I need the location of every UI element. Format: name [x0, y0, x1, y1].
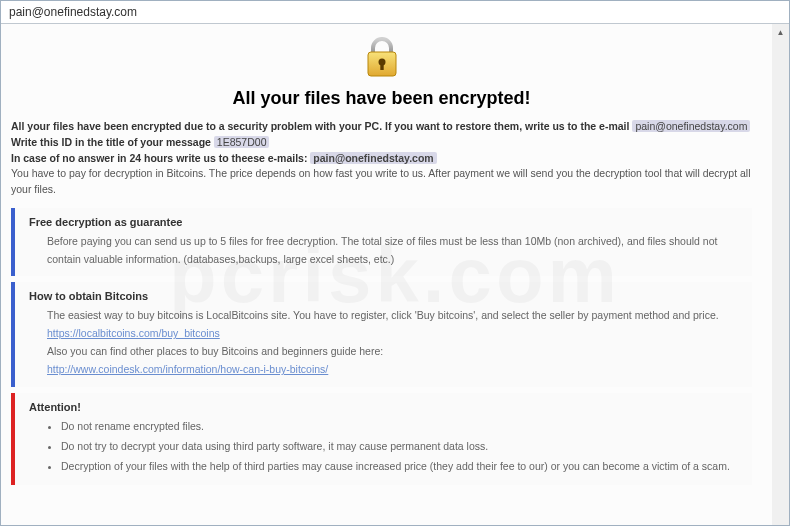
message-id: 1E857D00: [214, 136, 270, 148]
header: All your files have been encrypted!: [11, 34, 752, 109]
section-attention-body: Do not rename encrypted files. Do not tr…: [29, 418, 742, 476]
section-howto-body: The easiest way to buy bitcoins is Local…: [29, 307, 742, 378]
section-guarantee: Free decryption as guarantee Before payi…: [11, 208, 752, 277]
scrollbar[interactable]: ▲: [772, 24, 789, 525]
svg-rect-2: [380, 63, 383, 70]
intro-text: All your files have been encrypted due t…: [11, 119, 752, 198]
list-item: Do not try to decrypt your data using th…: [61, 438, 742, 456]
intro-line4: You have to pay for decryption in Bitcoi…: [11, 167, 751, 195]
page-title: All your files have been encrypted!: [11, 88, 752, 109]
lock-icon: [359, 34, 405, 84]
intro-line1: All your files have been encrypted due t…: [11, 120, 632, 132]
window-titlebar: pain@onefinedstay.com: [1, 1, 789, 24]
content-area: pcrisk.com: [1, 24, 789, 525]
scroll-up-icon[interactable]: ▲: [772, 24, 789, 41]
intro-line2: Write this ID in the title of your messa…: [11, 136, 214, 148]
section-guarantee-title: Free decryption as guarantee: [29, 216, 742, 228]
section-howto-title: How to obtain Bitcoins: [29, 290, 742, 302]
attention-list: Do not rename encrypted files. Do not tr…: [47, 418, 742, 476]
section-attention-title: Attention!: [29, 401, 742, 413]
contact-email-1: pain@onefinedstay.com: [632, 120, 750, 132]
page-content: All your files have been encrypted! All …: [1, 24, 772, 501]
localbitcoins-link[interactable]: https://localbitcoins.com/buy_bitcoins: [47, 327, 220, 339]
section-attention: Attention! Do not rename encrypted files…: [11, 393, 752, 486]
section-guarantee-body: Before paying you can send us up to 5 fi…: [29, 233, 742, 269]
howto-line2: Also you can find other places to buy Bi…: [47, 345, 383, 357]
intro-line3: In case of no answer in 24 hours write u…: [11, 152, 437, 164]
window-title: pain@onefinedstay.com: [9, 5, 137, 19]
list-item: Do not rename encrypted files.: [61, 418, 742, 436]
contact-email-2: pain@onefinedstay.com: [310, 152, 436, 164]
window: pain@onefinedstay.com pcrisk.com: [0, 0, 790, 526]
coindesk-link[interactable]: http://www.coindesk.com/information/how-…: [47, 363, 328, 375]
list-item: Decryption of your files with the help o…: [61, 458, 742, 476]
section-howto: How to obtain Bitcoins The easiest way t…: [11, 282, 752, 386]
howto-line1: The easiest way to buy bitcoins is Local…: [47, 309, 719, 321]
